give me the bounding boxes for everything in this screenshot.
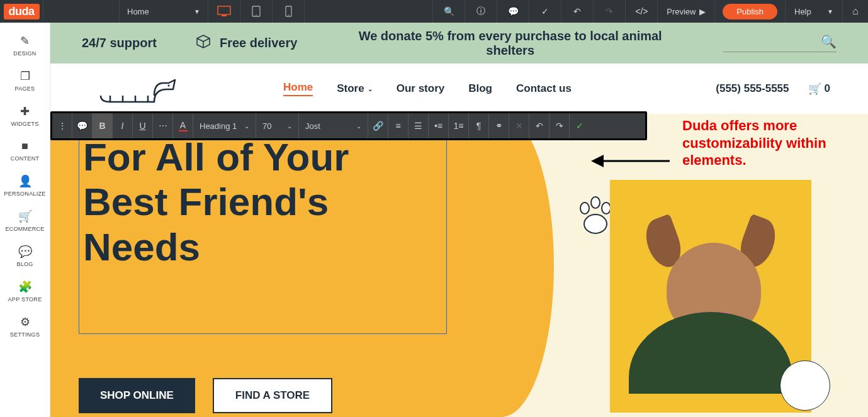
sidebar-item-ecommerce[interactable]: 🛒ECOMMERCE: [0, 203, 50, 238]
editor-fontsize-dropdown[interactable]: 70⌄: [256, 113, 299, 138]
find-store-button[interactable]: FIND A STORE: [213, 378, 332, 413]
nav-home[interactable]: Home: [283, 81, 313, 96]
svg-point-5: [288, 14, 289, 16]
editor-undo-icon[interactable]: ↶: [529, 113, 550, 138]
editor-paragraph-icon[interactable]: ¶: [469, 113, 489, 138]
editor-drag-icon[interactable]: ⋮: [52, 113, 72, 138]
editor-bold-button[interactable]: B: [93, 113, 113, 138]
editor-underline-button[interactable]: U: [133, 113, 153, 138]
sidebar-item-content[interactable]: ■CONTENT: [0, 133, 50, 168]
annotation-text: Duda offers more customizability within …: [682, 117, 859, 169]
search-icon: 🔍: [821, 35, 837, 48]
help-dropdown[interactable]: Help▼: [786, 0, 842, 23]
page-selector-dropdown[interactable]: Home ▼: [120, 0, 208, 23]
sidebar-item-blog[interactable]: 💬BLOG: [0, 238, 50, 274]
hero-title-editbox[interactable]: For All of Your Best Friend's Needs: [79, 133, 447, 334]
chevron-down-icon: ⌄: [356, 123, 361, 130]
chevron-down-icon: ⌄: [368, 86, 373, 92]
left-sidebar: ✎DESIGN ❐PAGES ✚WIDGETS ■CONTENT 👤PERSON…: [0, 23, 50, 417]
plus-icon: ✚: [20, 104, 30, 118]
svg-point-8: [580, 203, 589, 214]
editor-clear-icon[interactable]: ✕: [509, 113, 529, 138]
pages-icon: ❐: [20, 69, 30, 83]
editor-numberlist-icon[interactable]: 1≡: [449, 113, 469, 138]
person-icon: 👤: [18, 174, 32, 188]
chevron-down-icon: ▼: [827, 8, 833, 15]
sidebar-item-personalize[interactable]: 👤PERSONALIZE: [0, 168, 50, 203]
nav-store[interactable]: Store ⌄: [337, 81, 372, 96]
check-icon[interactable]: ✓: [529, 0, 561, 23]
box-icon: [194, 33, 212, 53]
promo-delivery: Free delivery: [194, 33, 297, 53]
preview-button[interactable]: Preview▶: [658, 0, 714, 23]
editor-italic-button[interactable]: I: [113, 113, 133, 138]
svg-point-3: [256, 14, 257, 16]
publish-button[interactable]: Publish: [723, 4, 777, 19]
sidebar-item-appstore[interactable]: 🧩APP STORE: [0, 274, 50, 309]
svg-point-7: [584, 214, 607, 233]
editor-align-icon[interactable]: ≡: [388, 113, 409, 138]
cart-button[interactable]: 🛒0: [808, 82, 830, 96]
sidebar-item-widgets[interactable]: ✚WIDGETS: [0, 98, 50, 133]
promo-bar: 24/7 support Free delivery We donate 5% …: [50, 23, 868, 64]
editor-lineheight-icon[interactable]: ☰: [409, 113, 429, 138]
editor-fontfamily-dropdown[interactable]: Jost⌄: [299, 113, 368, 138]
editor-link-icon[interactable]: 🔗: [368, 113, 388, 138]
svg-rect-0: [218, 6, 230, 14]
chevron-down-icon: ⌄: [244, 123, 249, 130]
svg-rect-1: [222, 15, 227, 16]
shop-online-button[interactable]: SHOP ONLINE: [79, 378, 195, 413]
sidebar-item-design[interactable]: ✎DESIGN: [0, 28, 50, 63]
device-mobile-button[interactable]: [273, 0, 304, 23]
promo-search[interactable]: 🔍: [723, 34, 837, 52]
editor-bulletlist-icon[interactable]: •≡: [429, 113, 449, 138]
comment-icon[interactable]: 💬: [497, 0, 529, 23]
brand-logo: duda: [0, 0, 43, 23]
pencil-icon: ✎: [20, 34, 30, 48]
info-icon[interactable]: ⓘ: [465, 0, 497, 23]
nav-menu: Home Store ⌄ Our story Blog Contact us: [283, 81, 572, 96]
nav-contact[interactable]: Contact us: [516, 81, 572, 96]
folder-icon: ■: [21, 140, 28, 153]
editor-redo-icon[interactable]: ↷: [550, 113, 570, 138]
device-tablet-button[interactable]: [240, 0, 272, 23]
svg-point-9: [591, 197, 600, 208]
svg-marker-12: [591, 155, 604, 167]
search-icon[interactable]: 🔍: [433, 0, 465, 23]
code-icon[interactable]: </>: [626, 0, 657, 23]
editor-ai-icon[interactable]: ⚭: [489, 113, 509, 138]
site-canvas: 24/7 support Free delivery We donate 5% …: [50, 23, 868, 417]
chevron-down-icon: ▼: [194, 8, 200, 15]
publish-wrap: Publish: [715, 0, 785, 23]
editor-more-icon[interactable]: ⋯: [153, 113, 173, 138]
home-icon[interactable]: ⌂: [843, 0, 868, 23]
text-editor-toolbar: ⋮ 💬 B I U ⋯ A Heading 1⌄ 70⌄ Jost⌄ 🔗 ≡ ☰…: [50, 111, 647, 140]
cta-row: SHOP ONLINE FIND A STORE: [79, 378, 332, 413]
cart-icon: 🛒: [808, 82, 821, 96]
sidebar-item-settings[interactable]: ⚙SETTINGS: [0, 309, 50, 344]
nav-ourstory[interactable]: Our story: [397, 81, 445, 96]
puzzle-icon: 🧩: [18, 280, 32, 294]
site-logo[interactable]: [94, 70, 183, 108]
nav-blog[interactable]: Blog: [468, 81, 492, 96]
cart-icon: 🛒: [18, 209, 32, 223]
editor-confirm-icon[interactable]: ✓: [570, 113, 590, 138]
svg-point-6: [168, 84, 170, 86]
sidebar-item-pages[interactable]: ❐PAGES: [0, 63, 50, 98]
hero-title[interactable]: For All of Your Best Friend's Needs: [79, 133, 446, 270]
gear-icon: ⚙: [20, 315, 30, 329]
oh-my-dog-badge: [780, 360, 830, 411]
chat-icon: 💬: [18, 245, 32, 259]
phone-number: (555) 555-5555: [716, 82, 789, 95]
undo-icon[interactable]: ↶: [561, 0, 593, 23]
redo-icon[interactable]: ↷: [594, 0, 625, 23]
top-toolbar: duda Home ▼ 🔍 ⓘ 💬 ✓ ↶ ↷ </> Preview▶ Pub…: [0, 0, 868, 23]
editor-heading-dropdown[interactable]: Heading 1⌄: [193, 113, 256, 138]
site-header: Home Store ⌄ Our story Blog Contact us (…: [50, 64, 868, 114]
editor-textcolor-button[interactable]: A: [173, 113, 193, 138]
svg-point-10: [602, 203, 611, 214]
promo-donate: We donate 5% from every purchase to loca…: [335, 29, 685, 58]
editor-comment-icon[interactable]: 💬: [72, 113, 93, 138]
play-icon: ▶: [699, 7, 706, 16]
device-desktop-button[interactable]: [208, 0, 240, 23]
